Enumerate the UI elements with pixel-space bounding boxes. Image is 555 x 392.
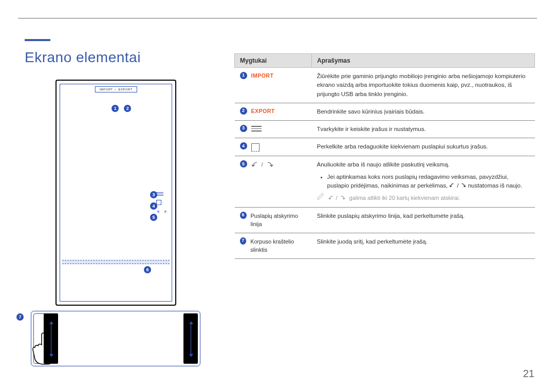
row-description: Anuliuokite arba iš naujo atlikite pasku… <box>312 156 535 208</box>
row-description: Slinkite juodą sritį, kad perkeltumėte į… <box>312 233 535 258</box>
table-row: 2 EXPORT Bendrinkite savo kūrinius įvair… <box>235 103 535 120</box>
black-edge-left <box>44 313 58 364</box>
page-number: 21 <box>523 368 534 380</box>
device-frame: IMPORT • EXPORT 1 2 3 4 5 <box>55 80 176 306</box>
undo-redo-inline-icon: / <box>328 194 345 202</box>
menu-lines-icon <box>156 192 168 196</box>
row-description: Tvarkykite ir keiskite įrašus ir nustaty… <box>312 121 535 138</box>
page-divider-line <box>62 260 170 264</box>
callout-badge: 1 <box>112 105 119 112</box>
row-badge: 6 <box>240 212 247 219</box>
topbar-import-label: IMPORT <box>99 88 113 91</box>
table-row: 1 IMPORT Žiūrėkite prie gaminio prijungt… <box>235 68 535 103</box>
note-row: / galima atlikti iki 20 kartų kiekvienam… <box>317 193 530 203</box>
table-row: 5 / Anuliuokite arba iš naujo atlikite p… <box>235 156 535 208</box>
row-badge: 7 <box>240 237 247 245</box>
black-edge-right <box>183 313 198 364</box>
frame-scroll-panel <box>31 311 200 366</box>
topbar-export-label: EXPORT <box>118 88 133 91</box>
table-row: 3 Tvarkykite ir keiskite įrašus ir nusta… <box>235 121 535 138</box>
topbar-separator: • <box>115 88 117 91</box>
table-row: 6 Puslapių atskyrimo linija Slinkite pus… <box>235 207 535 233</box>
buttons-description-table: Mygtukai Aprašymas 1 IMPORT Žiūrėkite pr… <box>234 53 535 259</box>
bullet-text-after: nustatomas iš naujo. <box>468 182 522 189</box>
page-divider-label: Puslapių atskyrimo linija <box>251 212 307 229</box>
row-badge: 4 <box>240 142 247 150</box>
frame-edge-label: Korpuso kraštelio slinktis <box>250 237 306 254</box>
pen-icon <box>317 193 324 203</box>
callout-badge: 2 <box>124 105 131 112</box>
table-header-buttons: Mygtukai <box>235 54 312 68</box>
callout-top-group: 1 2 <box>112 105 131 112</box>
arrow-updown-icon <box>51 324 51 354</box>
table-header-description: Aprašymas <box>312 54 535 68</box>
desc-text: Anuliuokite arba iš naujo atlikite pasku… <box>317 160 530 169</box>
row-description: Perkelkite arba redaguokite kiekvienam p… <box>312 138 535 156</box>
import-label: IMPORT <box>251 72 274 80</box>
row-badge: 5 <box>240 160 247 167</box>
page-box-icon <box>156 200 161 205</box>
device-diagram: IMPORT • EXPORT 1 2 3 4 5 <box>55 80 188 367</box>
row-badge: 1 <box>240 72 247 79</box>
note-text: galima atlikti iki 20 kartų kiekvienam a… <box>349 194 460 202</box>
undo-redo-inline-icon: / <box>449 181 466 190</box>
row-badge: 2 <box>240 107 247 115</box>
side-icons-group <box>156 192 168 214</box>
export-label: EXPORT <box>251 107 275 116</box>
callout-badge: 7 <box>16 313 24 321</box>
undo-redo-icon <box>156 209 168 214</box>
callout-badge: 5 <box>150 214 157 221</box>
page-title: Ekrano elementai <box>25 49 141 66</box>
menu-lines-icon <box>251 126 262 132</box>
device-topbar: IMPORT • EXPORT <box>95 86 137 92</box>
desc-bullet: Jei aptinkamas koks nors puslapių redaga… <box>327 173 530 191</box>
row-description: Bendrinkite savo kūrinius įvairiais būda… <box>312 103 535 120</box>
undo-redo-icon: / <box>251 160 273 169</box>
arrow-updown-icon <box>191 324 191 354</box>
row-description: Slinkite puslapių atskyrimo linija, kad … <box>312 207 535 233</box>
device-screen: IMPORT • EXPORT 1 2 3 4 5 <box>60 84 172 302</box>
row-description: Žiūrėkite prie gaminio prijungto mobilio… <box>312 68 535 103</box>
page-top-border <box>18 18 537 18</box>
table-row: 4 Perkelkite arba redaguokite kiekvienam… <box>235 138 535 156</box>
row-badge: 3 <box>240 125 247 132</box>
accent-line <box>25 39 50 41</box>
callout-badge: 6 <box>144 266 151 273</box>
table-row: 7 Korpuso kraštelio slinktis Slinkite ju… <box>235 233 535 258</box>
page-box-icon <box>251 143 260 152</box>
